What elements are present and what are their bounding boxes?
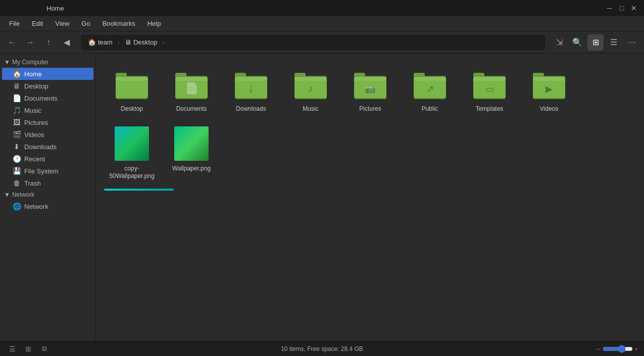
file-item-copy50[interactable]: copy-50Wallpaper.png: [104, 121, 160, 185]
chevron-down-icon-network: ▼: [4, 191, 10, 198]
menu-item-view[interactable]: View: [50, 18, 74, 29]
sidebar-item-pictures[interactable]: 🖼 Pictures: [2, 116, 93, 128]
file-icon-pictures: 📷: [352, 66, 388, 102]
maximize-button[interactable]: □: [618, 4, 626, 12]
folder-icon: 🏠: [88, 38, 96, 46]
file-icon-music: ♪: [292, 66, 329, 102]
statusbar-tree-button[interactable]: ⊞: [22, 343, 34, 355]
file-item-public[interactable]: ↗ Public: [402, 62, 458, 117]
zoom-minus-icon: ─: [597, 346, 601, 352]
file-item-music[interactable]: ♪ Music: [283, 62, 338, 117]
file-label-pictures: Pictures: [359, 105, 381, 113]
sidebar-label-downloads: Downloads: [24, 143, 57, 151]
search-button[interactable]: 🔍: [569, 34, 585, 51]
svg-rect-37: [533, 77, 565, 81]
toolbar-right: ⇲ 🔍 ⊞ ☰ ⋯: [551, 34, 640, 51]
sidebar-label-documents: Documents: [24, 95, 58, 102]
file-grid: Desktop 📄 Documents ↓ Downloads ♪ Music: [104, 62, 636, 185]
sidebar-item-filesystem[interactable]: 💾 File System: [2, 165, 93, 177]
sidebar-item-recent[interactable]: 🕐 Recent: [2, 153, 93, 165]
zoom-slider[interactable]: [603, 345, 633, 353]
minimize-button[interactable]: ─: [606, 4, 614, 12]
file-label-public: Public: [422, 105, 438, 113]
downloads-icon: ⬇: [12, 143, 21, 151]
svg-rect-22: [354, 77, 386, 81]
svg-rect-39: [115, 126, 149, 161]
path-item-desktop[interactable]: 🖥 Desktop: [122, 37, 161, 47]
menu-item-file[interactable]: File: [4, 18, 25, 29]
svg-text:📄: 📄: [185, 81, 199, 95]
file-item-pictures[interactable]: 📷 Pictures: [342, 62, 398, 117]
file-item-videos[interactable]: ▶ Videos: [521, 62, 577, 117]
titlebar-controls: ─ □ ✕: [606, 4, 638, 12]
file-icon-copy50: [114, 125, 150, 162]
menu-item-bookmarks[interactable]: Bookmarks: [97, 18, 140, 29]
sidebar-label-trash: Trash: [24, 180, 41, 187]
svg-rect-40: [174, 126, 209, 161]
file-label-downloads: Downloads: [236, 105, 266, 113]
statusbar-info: 10 items, Free space: 28.4 GB: [281, 345, 363, 352]
progress-bar: [104, 189, 174, 191]
sidebar-label-network: Network: [24, 203, 48, 210]
sidebar-item-downloads[interactable]: ⬇ Downloads: [2, 141, 93, 153]
view-icons-button[interactable]: ⊞: [587, 34, 604, 51]
file-item-templates[interactable]: ▭ Templates: [462, 62, 517, 117]
my-computer-label: My Computer: [12, 59, 48, 66]
statusbar: ☰ ⊞ ⧉ 10 items, Free space: 28.4 GB ─ +: [0, 341, 644, 356]
network-icon: 🌐: [12, 202, 21, 210]
svg-text:▭: ▭: [485, 84, 494, 94]
sidebar-toggle-button[interactable]: ◀: [59, 34, 75, 51]
file-icon-templates: ▭: [471, 66, 508, 102]
zoom-plus-icon: +: [635, 346, 638, 352]
menu-item-edit[interactable]: Edit: [27, 18, 48, 29]
statusbar-split-button[interactable]: ⧉: [38, 343, 51, 355]
zoom-fit-button[interactable]: ⇲: [551, 34, 567, 51]
my-computer-section[interactable]: ▼ My Computer: [0, 57, 95, 68]
path-separator-2: ›: [163, 39, 165, 46]
sidebar-label-recent: Recent: [24, 155, 45, 163]
file-icon-public: ↗: [412, 66, 448, 102]
view-list-button[interactable]: ☰: [606, 34, 622, 51]
path-label-desktop: Desktop: [133, 38, 158, 46]
file-area: Desktop 📄 Documents ↓ Downloads ♪ Music: [96, 54, 644, 341]
forward-button[interactable]: →: [22, 34, 38, 51]
back-button[interactable]: ←: [4, 34, 20, 51]
file-label-templates: Templates: [476, 105, 504, 113]
sidebar-item-trash[interactable]: 🗑 Trash: [2, 177, 93, 189]
file-label-videos: Videos: [540, 105, 558, 113]
file-item-documents[interactable]: 📄 Documents: [164, 62, 219, 117]
sidebar-item-videos[interactable]: 🎬 Videos: [2, 128, 93, 141]
file-label-documents: Documents: [176, 105, 207, 113]
home-icon: 🏠: [12, 70, 21, 78]
pictures-icon: 🖼: [12, 118, 21, 126]
view-compact-button[interactable]: ⋯: [624, 34, 640, 51]
svg-rect-17: [294, 77, 327, 81]
svg-rect-27: [414, 77, 446, 81]
up-button[interactable]: ↑: [40, 34, 57, 51]
file-item-wallpaper[interactable]: Wallpaper.png: [164, 121, 219, 185]
statusbar-panel-button[interactable]: ☰: [6, 343, 18, 355]
sidebar-item-documents[interactable]: 📄 Documents: [2, 92, 93, 104]
file-item-downloads[interactable]: ↓ Downloads: [223, 62, 279, 117]
sidebar-label-desktop: Desktop: [24, 82, 48, 90]
sidebar-item-home[interactable]: 🏠 Home: [2, 68, 93, 80]
sidebar-items: 🏠 Home🖥 Desktop📄 Documents🎵 Music🖼 Pictu…: [0, 68, 95, 189]
file-icon-documents: 📄: [173, 66, 210, 102]
path-item-team[interactable]: 🏠 team: [85, 37, 116, 47]
menu-item-help[interactable]: Help: [142, 18, 166, 29]
recent-icon: 🕐: [12, 155, 21, 163]
svg-rect-7: [175, 77, 208, 81]
svg-text:▶: ▶: [546, 84, 553, 94]
sidebar-item-network[interactable]: 🌐 Network: [2, 200, 93, 212]
sidebar-item-music[interactable]: 🎵 Music: [2, 104, 93, 116]
svg-text:↓: ↓: [249, 82, 254, 95]
close-button[interactable]: ✕: [630, 4, 638, 12]
menu-item-go[interactable]: Go: [76, 18, 95, 29]
filesystem-icon: 💾: [12, 167, 21, 175]
network-section[interactable]: ▼ Network: [0, 189, 95, 200]
documents-icon: 📄: [12, 94, 21, 102]
svg-text:↗: ↗: [426, 84, 434, 94]
menubar: FileEditViewGoBookmarksHelp: [0, 16, 644, 31]
file-item-desktop[interactable]: Desktop: [104, 62, 160, 117]
sidebar-item-desktop[interactable]: 🖥 Desktop: [2, 80, 93, 92]
